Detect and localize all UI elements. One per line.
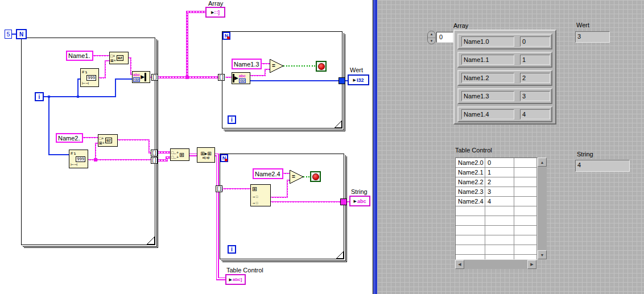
bundle-icon[interactable]: abcI32 ▶ <box>132 71 150 83</box>
string-constant-name2-4[interactable]: Name2.4 <box>253 168 283 179</box>
iteration-label: i <box>39 94 40 100</box>
scroll-left-button[interactable]: ◀ <box>455 260 464 269</box>
array-element-value-field[interactable]: 0 <box>520 36 550 47</box>
table-cell[interactable]: 4 <box>485 197 514 206</box>
tunnel-auto-index[interactable]: [] <box>218 74 225 81</box>
tunnel-auto-index[interactable]: [] <box>151 74 158 81</box>
terminal-type: I32 <box>357 77 364 83</box>
tunnel-auto-index[interactable]: [] <box>216 185 222 192</box>
iteration-terminal-outer[interactable]: i <box>35 92 44 101</box>
concatenate-strings-icon[interactable]: □+⊠+ BZ <box>98 134 118 147</box>
table-cell[interactable]: 0 <box>485 158 514 168</box>
tunnel-last-value[interactable] <box>340 198 347 205</box>
array-element-name-field[interactable]: Name1.3 <box>461 91 514 101</box>
lower-loop-iteration-terminal[interactable]: i <box>228 245 236 254</box>
table-cell[interactable]: 2 <box>485 177 514 187</box>
array-element-value-field[interactable]: 3 <box>520 91 550 101</box>
table-cell[interactable] <box>514 255 537 260</box>
table-vscrollbar[interactable]: ▲ ▼ <box>538 158 547 259</box>
array-element-value-field[interactable]: 4 <box>520 109 550 119</box>
table-cell[interactable] <box>514 216 537 226</box>
table-cell[interactable]: Name2.2 <box>456 177 485 187</box>
table-cell[interactable] <box>514 206 537 216</box>
spinner-down-icon[interactable]: ▼ <box>428 38 435 44</box>
table-cell[interactable] <box>485 206 514 216</box>
array-element-name-field[interactable]: Name1.2 <box>461 73 514 83</box>
table-cell[interactable]: Name2.1 <box>456 168 485 177</box>
table-cell[interactable] <box>485 245 514 255</box>
array-element-name-field[interactable]: Name1.1 <box>461 55 514 65</box>
array-terminal-label: Array <box>208 0 223 7</box>
table-indicator-terminal[interactable]: ▶ abc] <box>225 274 246 285</box>
transpose-sub: xij xji <box>203 156 210 159</box>
tunnel-glyph: [] <box>216 187 222 192</box>
table-cell[interactable] <box>514 226 537 235</box>
window-divider <box>373 0 377 294</box>
equal-icon[interactable]: = <box>272 63 275 69</box>
terminal-type: abc <box>357 198 366 204</box>
table-cell[interactable]: Name2.3 <box>456 187 485 197</box>
conditional-stop-terminal[interactable] <box>310 171 321 182</box>
table-cell[interactable] <box>456 235 485 245</box>
table-cell[interactable] <box>456 255 485 260</box>
table-cell[interactable]: Name2.0 <box>456 158 485 168</box>
array-row: Name1.11 <box>457 52 552 68</box>
table-cell[interactable] <box>485 235 514 245</box>
array-index-spinner[interactable]: ▲ ▼ <box>427 31 436 44</box>
index-array-2d-icon[interactable]: ⊞ ∙+ □ ∙+ □ <box>250 184 271 206</box>
table-cell[interactable] <box>514 235 537 245</box>
tunnel-glyph: [] <box>151 151 157 156</box>
table-cell[interactable] <box>485 216 514 226</box>
transpose-array-icon[interactable]: ⊞▸⊞ xij xji <box>197 147 215 163</box>
number-to-string-icon[interactable]: #↴ 999 ⊢⊣ <box>69 150 88 168</box>
table-cell[interactable] <box>456 245 485 255</box>
table-cell[interactable]: 3 <box>485 187 514 197</box>
table-cell[interactable] <box>456 226 485 235</box>
string-constant-name2[interactable]: Name2. <box>56 133 83 143</box>
table-cell[interactable] <box>456 216 485 226</box>
eq-glyph: = <box>292 173 295 180</box>
tunnel-auto-index[interactable]: [] <box>151 150 158 156</box>
spinner-up-icon[interactable]: ▲ <box>428 31 435 38</box>
scroll-down-button[interactable]: ▼ <box>538 250 547 259</box>
array-indicator-terminal[interactable]: ▶ ∷] <box>205 7 225 18</box>
array-element-name-field[interactable]: Name1.0 <box>461 36 514 47</box>
tunnel-last-value[interactable] <box>338 77 345 84</box>
table-cell[interactable]: Name2.4 <box>456 197 485 206</box>
table-cell[interactable] <box>456 206 485 216</box>
concat-rows: □+⊠+ <box>110 54 116 63</box>
scroll-right-button[interactable]: ▶ <box>527 260 536 269</box>
array-index-field[interactable]: 0 <box>436 32 453 43</box>
array-rows-host: Name1.00Name1.11Name1.22Name1.33Name1.44 <box>455 31 555 123</box>
loop-count-constant[interactable]: 5 <box>5 30 12 39</box>
unbundle-icon[interactable]: ▶ abcI32 <box>232 72 250 84</box>
string-constant-name1-3[interactable]: Name1.3 <box>232 59 262 69</box>
table-cell[interactable] <box>485 226 514 235</box>
array-element-name-field[interactable]: Name1.4 <box>461 109 514 119</box>
count-terminal[interactable]: N <box>16 29 27 39</box>
tunnel-auto-index[interactable]: [] <box>151 157 158 164</box>
string-indicator-terminal[interactable]: ▶ abc <box>349 196 370 206</box>
equal-icon[interactable]: = <box>292 173 295 180</box>
conditional-stop-terminal[interactable] <box>316 61 327 72</box>
array-element-value-field[interactable]: 2 <box>520 73 550 83</box>
scroll-up-button[interactable]: ▲ <box>538 158 547 167</box>
table-cell[interactable] <box>514 177 537 187</box>
table-cell[interactable] <box>514 245 537 255</box>
number-to-string-icon[interactable]: #↴ 999 ⊢⊣ <box>80 68 99 87</box>
table-cell[interactable] <box>514 158 537 168</box>
array-element-value-field[interactable]: 1 <box>520 55 550 65</box>
table-cell[interactable] <box>514 197 537 206</box>
upper-loop-iteration-terminal[interactable]: i <box>228 115 236 124</box>
lower-loop-count-terminal[interactable]: N <box>220 154 228 162</box>
table-cell[interactable] <box>485 255 514 260</box>
concatenate-strings-icon[interactable]: □+⊠+ BZ <box>109 52 129 64</box>
table-hscrollbar[interactable]: ◀ ▶ <box>455 260 536 269</box>
table-cell[interactable] <box>514 187 537 197</box>
build-array-icon[interactable]: □‥+□‥+ ⊞ <box>170 148 189 161</box>
upper-loop-count-terminal[interactable]: N <box>222 32 230 40</box>
table-cell[interactable] <box>514 168 537 177</box>
wert-indicator-terminal[interactable]: ▶ I32 <box>348 74 369 85</box>
string-constant-name1[interactable]: Name1. <box>66 51 93 61</box>
table-cell[interactable]: 1 <box>485 168 514 177</box>
